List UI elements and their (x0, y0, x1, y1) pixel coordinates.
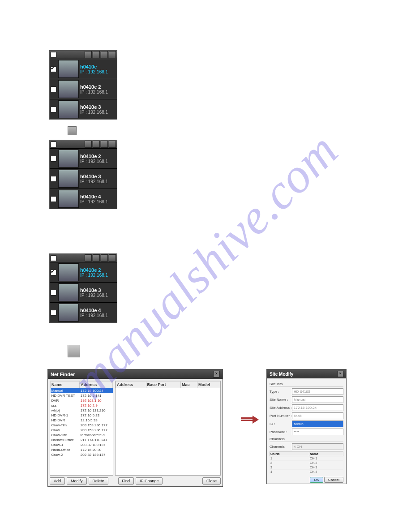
select-all-checkbox[interactable] (51, 142, 56, 147)
row-checkbox[interactable] (51, 310, 56, 316)
id-input[interactable]: admin (292, 420, 343, 427)
device-ip: IP : 192.168.1 (80, 273, 117, 278)
arrow-icon (241, 416, 259, 424)
cell-chname: CH-2 (309, 461, 343, 465)
table-row[interactable]: HD DVR TEST172.16.5.141 (51, 393, 113, 398)
row-checkbox[interactable] (51, 66, 56, 72)
device-name: h0410e (80, 64, 117, 69)
cell-name: Manual (51, 388, 80, 394)
toolbar-icon[interactable] (101, 51, 108, 58)
add-button[interactable]: Add (50, 477, 65, 485)
close-button[interactable]: Close (202, 477, 221, 485)
toolbar-icon[interactable] (109, 254, 116, 262)
select-all-checkbox[interactable] (51, 52, 56, 58)
table-row[interactable]: sss172.16.2.9 (51, 403, 113, 408)
toolbar-icon[interactable] (85, 254, 92, 262)
table-row[interactable]: Crow-2202.82.189.137 (51, 452, 113, 457)
type-select[interactable]: HD-0410S (292, 388, 343, 395)
select-all-checkbox[interactable] (51, 255, 56, 261)
row-checkbox[interactable] (51, 290, 56, 296)
password-input[interactable]: **** (292, 429, 343, 435)
table-row[interactable]: Crow-3203.82.189.137 (51, 442, 113, 447)
table-row[interactable]: whjoij172.16.133.210 (51, 408, 113, 413)
table-row[interactable]: Crow-Tim203.153.236.177 (51, 423, 113, 428)
row-checkbox[interactable] (51, 107, 56, 112)
device-row[interactable]: h0410e 3 IP : 192.168.1 (50, 282, 117, 302)
toolbar-icon[interactable] (109, 51, 116, 58)
cell-chname: CH-3 (309, 465, 343, 470)
device-row[interactable]: h0410e 2 IP : 192.168.1 (50, 79, 117, 99)
col-header: Address (116, 382, 146, 388)
table-row: 1CH-1 (270, 456, 343, 461)
dialog-title-bar: Site Modify × (267, 369, 346, 378)
device-row[interactable]: h0410e 3 IP : 192.168.1 (50, 99, 117, 119)
delete-button[interactable]: Delete (89, 477, 108, 485)
close-icon[interactable]: × (213, 371, 220, 378)
toolbar-icon[interactable] (85, 141, 92, 148)
table-row[interactable]: Crow203.153.236.177 (51, 428, 113, 433)
find-button[interactable]: Find (118, 477, 134, 485)
toolbar-icon[interactable] (85, 51, 92, 58)
toolbar-icon[interactable] (93, 141, 100, 148)
toolbar-icon[interactable] (101, 254, 108, 262)
device-thumbnail (58, 60, 79, 78)
row-checkbox[interactable] (51, 86, 56, 92)
table-row[interactable]: HD DVR-1172.16.5.33 (51, 413, 113, 418)
device-thumbnail (58, 80, 79, 98)
close-icon[interactable]: × (337, 371, 343, 377)
row-checkbox[interactable] (51, 156, 56, 162)
siteaddress-input[interactable]: 172.16.100.24 (292, 404, 343, 411)
cell-name: Crow-2 (51, 452, 80, 457)
toolbar-icon[interactable] (109, 141, 116, 148)
ipchange-button[interactable]: IP Change (136, 477, 163, 485)
cell-name: sss (51, 403, 80, 408)
table-row: 3CH-3 (270, 465, 343, 470)
row-checkbox[interactable] (51, 196, 56, 202)
col-header: Address (80, 382, 113, 388)
netfinder-dialog: Net Finder × Name Address Manual172.16.1… (47, 369, 223, 487)
panel-toolbar (50, 140, 117, 148)
toolbar-icon[interactable] (93, 51, 100, 58)
table-row[interactable]: Nada-Office172.16.20.30 (51, 447, 113, 452)
table-row[interactable]: Nadatel Office211.174.110.241 (51, 438, 113, 442)
cell-address: 203.82.189.137 (80, 442, 113, 447)
device-ip: IP : 192.168.1 (80, 199, 117, 204)
col-header: Name (51, 382, 80, 388)
col-header: Ch No. (270, 452, 309, 456)
cell-name: Nadatel Office (51, 438, 80, 442)
device-row[interactable]: h0410e IP : 192.168.1 (50, 59, 117, 79)
cell-name: HD DVR-1 (51, 413, 80, 418)
cell-address: 203.153.236.177 (80, 423, 113, 428)
device-thumbnail (58, 150, 79, 167)
device-thumbnail (58, 283, 79, 301)
section-label: Channels (270, 437, 343, 442)
modify-site-icon[interactable] (68, 345, 80, 357)
row-checkbox[interactable] (51, 176, 56, 182)
sitename-input[interactable]: Manual (292, 396, 343, 403)
found-devices-list[interactable]: Address Base Port Mac Model (115, 381, 221, 476)
table-row[interactable]: Crow-Siteterraconcrete.d... (51, 433, 113, 438)
device-thumbnail (58, 304, 79, 322)
delete-site-icon[interactable] (68, 126, 77, 135)
row-checkbox[interactable] (51, 270, 56, 275)
channels-select[interactable]: 4 CH (292, 443, 343, 450)
ok-button[interactable]: OK (310, 477, 323, 483)
toolbar-icon[interactable] (101, 141, 108, 148)
device-row[interactable]: h0410e 4 IP : 192.168.1 (50, 302, 117, 322)
saved-sites-list[interactable]: Name Address Manual172.16.100.24HD DVR T… (50, 381, 113, 476)
port-input[interactable]: 5445 (292, 412, 343, 419)
device-row[interactable]: h0410e 2 IP : 192.168.1 (50, 148, 117, 168)
device-name: h0410e 3 (80, 174, 117, 179)
cell-name: Nada-Office (51, 447, 80, 452)
table-row[interactable]: DVR192.168.1.10 (51, 398, 113, 403)
cell-name: HD DVR (51, 418, 80, 423)
table-row[interactable]: HD DVR12.16.5.33 (51, 418, 113, 423)
modify-button[interactable]: Modify (67, 477, 87, 485)
device-row[interactable]: h0410e 4 IP : 192.168.1 (50, 189, 117, 209)
toolbar-icon[interactable] (93, 254, 100, 262)
device-row[interactable]: h0410e 2 IP : 192.168.1 (50, 262, 117, 282)
cancel-button[interactable]: Cancel (324, 477, 343, 483)
table-row[interactable]: Manual172.16.100.24 (51, 388, 113, 394)
cell-chno: 1 (270, 456, 309, 461)
device-row[interactable]: h0410e 3 IP : 192.168.1 (50, 168, 117, 189)
